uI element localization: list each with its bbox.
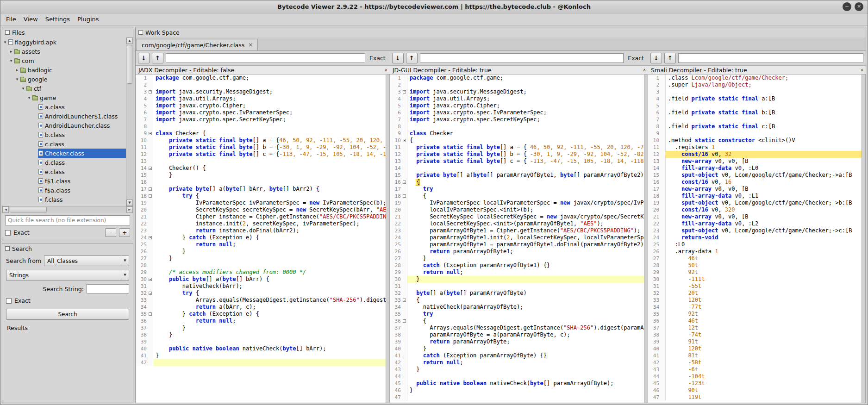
- line-number: 38: [136, 332, 148, 338]
- collapsed-arrow-icon[interactable]: ▸: [14, 68, 20, 72]
- code-line: 10 private static final byte[] a = {46, …: [136, 137, 386, 144]
- search-string-input[interactable]: [87, 284, 129, 293]
- tree-item-e-class[interactable]: e.class: [2, 167, 126, 176]
- tree-item-game[interactable]: ▾game: [2, 93, 126, 102]
- fold-icon[interactable]: [149, 278, 152, 281]
- jdgui-search-input[interactable]: [420, 53, 624, 63]
- code-line: 27 }: [390, 255, 644, 262]
- jadx-search-input[interactable]: [166, 53, 365, 63]
- smali-search-input[interactable]: [678, 53, 863, 63]
- tree-item-f-a-class[interactable]: f$a.class: [2, 186, 126, 195]
- scrollbar-thumb[interactable]: [10, 207, 47, 212]
- font-increase-button[interactable]: +: [119, 228, 130, 237]
- menu-view[interactable]: View: [20, 14, 42, 24]
- code-line: 23 paramArrayOfByte1 = Cipher.getInstanc…: [390, 227, 644, 234]
- expanded-arrow-icon[interactable]: ▾: [2, 40, 8, 44]
- fold-icon[interactable]: [403, 319, 406, 323]
- code-line: 40 }: [390, 345, 644, 352]
- jadx-code-editor[interactable]: 1package com.google.ctf.game;23import ja…: [136, 75, 386, 403]
- tree-item-d-class[interactable]: d.class: [2, 158, 126, 167]
- tree-item-google[interactable]: ▾google: [2, 75, 126, 84]
- tree-item-checker-class[interactable]: Checker.class: [2, 149, 126, 158]
- tree-item-androidlauncher-1-class[interactable]: AndroidLauncher$1.class: [2, 112, 126, 121]
- folder-icon: [20, 78, 26, 82]
- minimize-button[interactable]: −: [843, 2, 851, 11]
- fold-icon[interactable]: [149, 90, 152, 93]
- fold-icon[interactable]: [403, 139, 406, 142]
- tree-item-com[interactable]: ▾com: [2, 56, 126, 65]
- search-type-select[interactable]: Strings ▼: [6, 270, 129, 280]
- tree-item-a-class[interactable]: a.class: [2, 102, 126, 112]
- tree-item-ctf[interactable]: ▾ctf: [2, 84, 126, 93]
- expanded-arrow-icon[interactable]: ▾: [14, 77, 20, 81]
- tree-item-assets[interactable]: ▸assets: [2, 47, 126, 56]
- save-icon-button[interactable]: ↓: [138, 53, 150, 63]
- collapse-icon[interactable]: ∧: [858, 68, 866, 72]
- pane-scrollbar[interactable]: [862, 75, 866, 403]
- tree-horizontal-scrollbar[interactable]: ◄ ►: [2, 206, 133, 213]
- fold-icon[interactable]: [149, 312, 152, 316]
- jdgui-exact-label: Exact: [626, 55, 646, 62]
- tree-item-f-1-class[interactable]: f$1.class: [2, 176, 126, 186]
- open-icon-button[interactable]: ↑: [664, 53, 676, 63]
- expanded-arrow-icon[interactable]: ▾: [20, 86, 26, 91]
- open-icon-button[interactable]: ↑: [406, 53, 418, 63]
- search-exact-checkbox[interactable]: [6, 298, 12, 304]
- expanded-arrow-icon[interactable]: ▾: [26, 95, 32, 100]
- quick-file-search-input[interactable]: [5, 215, 130, 225]
- scroll-down-icon[interactable]: ▼: [126, 199, 133, 206]
- fold-icon[interactable]: [149, 292, 152, 295]
- search-button[interactable]: Search: [6, 309, 129, 320]
- fold-icon[interactable]: [149, 236, 152, 239]
- tree-vertical-scrollbar[interactable]: ▲ ▼: [126, 37, 133, 206]
- tree-item-androidlauncher-class[interactable]: AndroidLauncher.class: [2, 121, 126, 130]
- scroll-up-icon[interactable]: ▲: [126, 37, 133, 44]
- scrollbar-track[interactable]: [126, 44, 133, 199]
- code-line: 16: [136, 179, 386, 186]
- collapse-icon[interactable]: ∧: [641, 68, 648, 72]
- font-decrease-button[interactable]: -: [105, 228, 116, 237]
- menu-plugins[interactable]: Plugins: [74, 14, 103, 24]
- collapsed-arrow-icon[interactable]: ▸: [8, 49, 14, 54]
- code-line: 21 Cipher instance = Cipher.getInstance(…: [136, 213, 386, 220]
- collapse-icon[interactable]: ∧: [382, 68, 390, 72]
- tab-checker-class[interactable]: com/google/ctf/game/Checker.class ×: [137, 39, 258, 50]
- tab-close-icon[interactable]: ×: [248, 42, 253, 48]
- code-line: 46}: [390, 387, 644, 394]
- fold-icon[interactable]: [149, 167, 152, 170]
- fold-icon[interactable]: [403, 194, 406, 198]
- tree-item-f-class[interactable]: f.class: [2, 195, 126, 204]
- scrollbar-thumb[interactable]: [127, 45, 132, 84]
- tree-item-label: d.class: [45, 159, 65, 166]
- fold-icon[interactable]: [403, 181, 406, 184]
- smali-code-editor[interactable]: 1.class Lcom/google/ctf/game/Checker;2.s…: [648, 75, 862, 403]
- scroll-left-icon[interactable]: ◄: [2, 206, 9, 213]
- code-line: 47: [390, 394, 644, 401]
- tree-item-flaggybird-apk[interactable]: ▾flaggybird.apk: [2, 37, 126, 47]
- line-number: 6: [136, 110, 148, 116]
- menu-settings[interactable]: Settings: [42, 14, 74, 24]
- open-icon-button[interactable]: ↑: [152, 53, 163, 63]
- fold-icon[interactable]: [403, 90, 406, 93]
- save-icon-button[interactable]: ↓: [392, 53, 404, 63]
- fold-icon[interactable]: [149, 194, 152, 198]
- fold-icon[interactable]: [403, 299, 406, 302]
- scrollbar-track[interactable]: [9, 206, 126, 213]
- files-exact-checkbox[interactable]: [5, 230, 11, 236]
- fold-icon[interactable]: [149, 132, 152, 135]
- pane-scrollbar[interactable]: [644, 75, 648, 403]
- line-number: 24: [648, 235, 660, 241]
- tree-item-b-class[interactable]: b.class: [2, 130, 126, 139]
- menu-file[interactable]: File: [2, 14, 20, 24]
- pane-scrollbar[interactable]: [386, 75, 390, 403]
- tree-item-c-class[interactable]: c.class: [2, 139, 126, 149]
- search-from-select[interactable]: All_Classes ▼: [44, 255, 129, 266]
- jdgui-code-editor[interactable]: 1package com.google.ctf.game;23import ja…: [390, 75, 644, 403]
- save-icon-button[interactable]: ↓: [650, 53, 662, 63]
- scroll-right-icon[interactable]: ►: [126, 206, 133, 213]
- expanded-arrow-icon[interactable]: ▾: [8, 58, 14, 63]
- close-button[interactable]: ×: [855, 2, 863, 11]
- code-line: 13 new-array v0, v0, [B: [648, 158, 862, 165]
- fold-icon[interactable]: [149, 187, 152, 191]
- tree-item-badlogic[interactable]: ▸badlogic: [2, 65, 126, 75]
